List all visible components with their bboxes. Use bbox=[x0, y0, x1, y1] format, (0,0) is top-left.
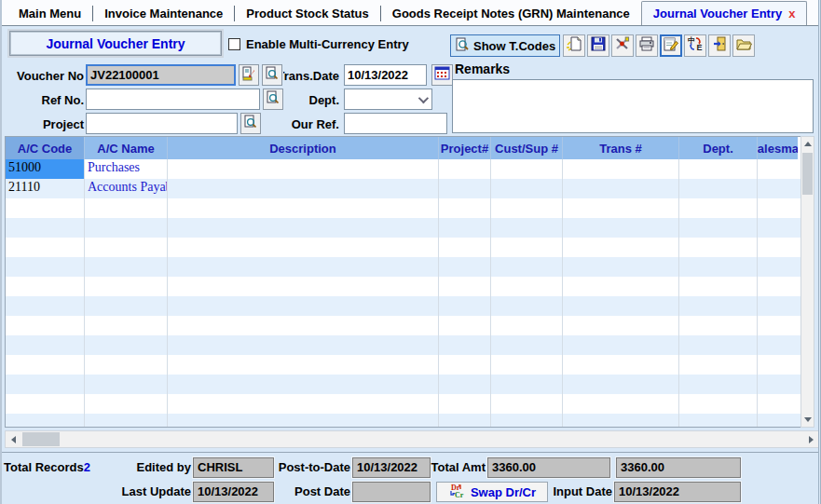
empty-cell[interactable] bbox=[491, 335, 563, 355]
new-document-button[interactable] bbox=[563, 34, 585, 57]
empty-cell[interactable] bbox=[758, 198, 798, 218]
translate-button[interactable]: 中 E bbox=[684, 34, 706, 57]
empty-cell[interactable] bbox=[6, 238, 85, 257]
empty-cell[interactable] bbox=[491, 316, 563, 335]
ref-no-input[interactable] bbox=[86, 89, 260, 110]
tab-product-stock-status[interactable]: Product Stock Status bbox=[235, 2, 379, 25]
empty-cell[interactable] bbox=[679, 198, 758, 218]
empty-cell[interactable] bbox=[6, 277, 85, 296]
empty-cell[interactable] bbox=[563, 277, 679, 296]
column-header-description[interactable]: Description bbox=[168, 137, 439, 159]
empty-cell[interactable] bbox=[679, 394, 758, 414]
empty-cell[interactable] bbox=[439, 296, 491, 316]
empty-cell[interactable] bbox=[563, 316, 679, 335]
table-empty-row[interactable] bbox=[6, 355, 800, 375]
empty-cell[interactable] bbox=[168, 335, 439, 355]
screen-title-button[interactable]: Journal Voucher Entry bbox=[9, 31, 222, 56]
empty-cell[interactable] bbox=[563, 238, 679, 257]
empty-cell[interactable] bbox=[679, 414, 758, 428]
project-cell[interactable] bbox=[439, 159, 491, 179]
empty-cell[interactable] bbox=[758, 375, 798, 394]
empty-cell[interactable] bbox=[563, 375, 679, 394]
multi-currency-checkbox[interactable] bbox=[228, 38, 240, 50]
empty-cell[interactable] bbox=[491, 394, 563, 414]
cust-sup-cell[interactable] bbox=[491, 159, 563, 179]
empty-cell[interactable] bbox=[758, 238, 798, 257]
empty-cell[interactable] bbox=[679, 316, 758, 335]
empty-cell[interactable] bbox=[679, 355, 758, 375]
empty-cell[interactable] bbox=[758, 296, 798, 316]
empty-cell[interactable] bbox=[439, 375, 491, 394]
table-empty-row[interactable] bbox=[6, 218, 800, 238]
dept-cell[interactable] bbox=[679, 179, 758, 198]
voucher-no-input[interactable] bbox=[86, 64, 236, 86]
print-button[interactable] bbox=[636, 34, 658, 57]
scroll-down-button[interactable] bbox=[801, 413, 814, 427]
empty-cell[interactable] bbox=[6, 257, 85, 277]
calendar-button[interactable] bbox=[431, 64, 453, 86]
empty-cell[interactable] bbox=[758, 335, 798, 355]
empty-cell[interactable] bbox=[85, 316, 168, 335]
empty-cell[interactable] bbox=[439, 257, 491, 277]
project-input[interactable] bbox=[86, 113, 238, 134]
horizontal-scrollbar[interactable] bbox=[5, 430, 819, 448]
table-empty-row[interactable] bbox=[6, 394, 800, 414]
table-row[interactable]: 51000 Purchases bbox=[6, 159, 800, 179]
description-cell[interactable] bbox=[168, 159, 439, 179]
empty-cell[interactable] bbox=[439, 316, 491, 335]
empty-cell[interactable] bbox=[168, 277, 439, 296]
empty-cell[interactable] bbox=[491, 355, 563, 375]
voucher-import-button[interactable] bbox=[239, 64, 259, 86]
empty-cell[interactable] bbox=[168, 375, 439, 394]
empty-cell[interactable] bbox=[563, 335, 679, 355]
scroll-up-button[interactable] bbox=[801, 137, 814, 151]
empty-cell[interactable] bbox=[491, 198, 563, 218]
voucher-search-button[interactable] bbox=[262, 64, 282, 86]
empty-cell[interactable] bbox=[168, 316, 439, 335]
empty-cell[interactable] bbox=[758, 414, 798, 428]
vertical-scrollbar[interactable] bbox=[800, 136, 814, 428]
tab-journal-voucher-entry[interactable]: Journal Voucher Entry x bbox=[641, 1, 808, 25]
empty-cell[interactable] bbox=[6, 355, 85, 375]
dept-dropdown[interactable] bbox=[344, 89, 432, 110]
empty-cell[interactable] bbox=[168, 296, 439, 316]
description-cell[interactable] bbox=[168, 179, 439, 198]
scroll-left-button[interactable] bbox=[6, 431, 21, 447]
cust-sup-cell[interactable] bbox=[491, 179, 563, 198]
our-ref-input[interactable] bbox=[344, 113, 447, 134]
column-header-trans[interactable]: Trans # bbox=[563, 137, 679, 159]
table-empty-row[interactable] bbox=[6, 316, 800, 335]
open-folder-button[interactable] bbox=[732, 34, 755, 57]
empty-cell[interactable] bbox=[85, 414, 168, 428]
empty-cell[interactable] bbox=[85, 257, 168, 277]
vertical-scroll-thumb[interactable] bbox=[802, 153, 813, 195]
swap-dr-cr-button[interactable]: Dr Cr Swap Dr/Cr bbox=[436, 482, 548, 502]
empty-cell[interactable] bbox=[491, 375, 563, 394]
ref-no-search-button[interactable] bbox=[263, 89, 283, 110]
scroll-right-button[interactable] bbox=[803, 431, 818, 447]
delete-button[interactable] bbox=[611, 34, 634, 57]
project-search-button[interactable] bbox=[240, 113, 261, 134]
table-empty-row[interactable] bbox=[6, 198, 800, 218]
empty-cell[interactable] bbox=[491, 277, 563, 296]
edit-button[interactable] bbox=[660, 34, 682, 57]
empty-cell[interactable] bbox=[563, 198, 679, 218]
table-empty-row[interactable] bbox=[6, 296, 800, 316]
column-header-cust-sup[interactable]: Cust/Sup # bbox=[491, 137, 563, 159]
empty-cell[interactable] bbox=[168, 257, 439, 277]
horizontal-scroll-thumb[interactable] bbox=[22, 432, 60, 446]
empty-cell[interactable] bbox=[439, 394, 491, 414]
empty-cell[interactable] bbox=[563, 414, 679, 428]
empty-cell[interactable] bbox=[6, 198, 85, 218]
empty-cell[interactable] bbox=[85, 198, 168, 218]
empty-cell[interactable] bbox=[563, 257, 679, 277]
empty-cell[interactable] bbox=[758, 218, 798, 238]
table-empty-row[interactable] bbox=[6, 375, 800, 394]
table-row[interactable]: 21110 Accounts Payable bbox=[6, 179, 800, 198]
empty-cell[interactable] bbox=[6, 335, 85, 355]
empty-cell[interactable] bbox=[168, 414, 439, 428]
empty-cell[interactable] bbox=[679, 238, 758, 257]
ac-code-cell-selected[interactable]: 51000 bbox=[6, 159, 85, 179]
empty-cell[interactable] bbox=[439, 277, 491, 296]
empty-cell[interactable] bbox=[85, 355, 168, 375]
